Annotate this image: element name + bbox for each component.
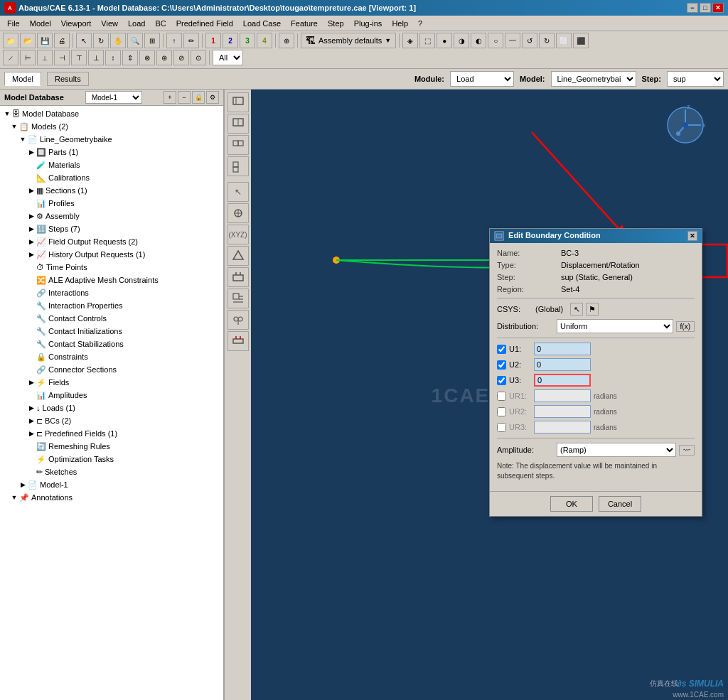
ur1-input[interactable] — [534, 389, 591, 402]
menu-feature[interactable]: Feature — [287, 18, 322, 29]
undo-btn[interactable]: ↺ — [522, 33, 537, 48]
menu-plugins[interactable]: Plug-ins — [350, 18, 387, 29]
dialog-cancel-btn[interactable]: Cancel — [599, 496, 641, 512]
tool-r1c4[interactable]: ⊣ — [54, 50, 70, 65]
tree-contact-controls[interactable]: 🔧 Contact Controls — [1, 312, 222, 325]
side-btn-5[interactable]: ↖ — [228, 182, 249, 202]
tree-loads[interactable]: ▶ ↓ Loads (1) — [1, 402, 222, 414]
filter-dropdown[interactable]: All — [213, 50, 243, 65]
tool-r1c1[interactable]: ⟋ — [3, 50, 18, 65]
ur3-checkbox[interactable] — [497, 423, 506, 432]
tool-r1c7[interactable]: ↕ — [105, 50, 121, 65]
view1-btn[interactable]: ◈ — [402, 33, 418, 48]
tool-r1c12[interactable]: ⊙ — [191, 50, 206, 65]
cube-btn[interactable]: ⬛ — [573, 33, 589, 48]
csys-arrow-btn[interactable]: ↖ — [570, 303, 583, 316]
settings-btn[interactable]: ⚙ — [206, 91, 219, 104]
menu-bc[interactable]: BC — [151, 18, 170, 29]
tool-r1c6[interactable]: ⊥ — [88, 50, 104, 65]
edit-bc-dialog[interactable]: Edit Boundary Condition ✕ Name: BC-3 Typ… — [489, 228, 702, 517]
collapse-all-btn[interactable]: − — [178, 91, 191, 104]
rotate-btn[interactable]: ↻ — [93, 33, 109, 48]
csys-person-btn[interactable]: ⚑ — [586, 303, 599, 316]
shade1-btn[interactable]: ● — [437, 33, 452, 48]
tree-ale-adaptive[interactable]: 🔀 ALE Adaptive Mesh Constraints — [1, 274, 222, 286]
tool-r1c2[interactable]: ⊢ — [20, 50, 36, 65]
tree-contact-stab[interactable]: 🔧 Contact Stabilizations — [1, 338, 222, 350]
num4-btn[interactable]: 4 — [257, 33, 272, 48]
tree-history-output[interactable]: ▶ 📈 History Output Requests (1) — [1, 248, 222, 261]
side-btn-10[interactable] — [228, 289, 249, 308]
tree-sketches[interactable]: ✏ Sketches — [1, 465, 222, 478]
u3-input[interactable] — [534, 374, 591, 387]
tree-calibrations[interactable]: 📐 Calibrations — [1, 171, 222, 184]
tree-assembly[interactable]: ▶ ⚙ Assembly — [1, 210, 222, 222]
tool-r1c3[interactable]: ⟂ — [37, 50, 53, 65]
close-btn[interactable]: ✕ — [712, 3, 724, 13]
tree-model-database[interactable]: ▼ 🗄 Model Database — [1, 107, 222, 120]
side-btn-7[interactable]: (XYZ) — [228, 225, 249, 244]
tree-predefined-fields[interactable]: ▶ ⊏ Predefined Fields (1) — [1, 427, 222, 440]
tree-fields[interactable]: ▶ ⚡ Fields — [1, 376, 222, 389]
lock-btn[interactable]: 🔒 — [192, 91, 205, 104]
num3-btn[interactable]: 3 — [240, 33, 255, 48]
side-btn-11[interactable] — [228, 310, 249, 330]
dialog-ok-btn[interactable]: OK — [550, 496, 593, 512]
box-btn[interactable]: ⬜ — [556, 33, 572, 48]
distribution-select[interactable]: Uniform — [557, 319, 673, 333]
tree-optimization[interactable]: ⚡ Optimization Tasks — [1, 453, 222, 465]
tab-model[interactable]: Model — [4, 72, 41, 86]
module-select[interactable]: Load — [450, 71, 514, 87]
new-btn[interactable]: 📁 — [3, 33, 18, 48]
viewport[interactable]: 1CAE.COM — [251, 90, 728, 700]
u3-checkbox[interactable] — [497, 376, 506, 385]
tree-interactions[interactable]: 🔗 Interactions — [1, 286, 222, 299]
zoom-btn[interactable]: 🔍 — [127, 33, 143, 48]
maximize-btn[interactable]: □ — [700, 3, 711, 13]
menu-predefined-field[interactable]: Predefined Field — [172, 18, 237, 29]
fit-btn[interactable]: ⊞ — [144, 33, 160, 48]
arrow-btn[interactable]: ↑ — [166, 33, 182, 48]
tool-r1c11[interactable]: ⊘ — [173, 50, 189, 65]
ur1-checkbox[interactable] — [497, 392, 506, 401]
tree-profiles[interactable]: 📊 Profiles — [1, 197, 222, 210]
tree-sections[interactable]: ▶ ▦ Sections (1) — [1, 184, 222, 197]
tree-materials[interactable]: 🧪 Materials — [1, 158, 222, 171]
side-btn-3[interactable] — [228, 135, 249, 155]
shade4-btn[interactable]: ○ — [488, 33, 503, 48]
ur2-checkbox[interactable] — [497, 407, 506, 416]
menu-file[interactable]: File — [3, 18, 24, 29]
tool-r1c9[interactable]: ⊗ — [139, 50, 155, 65]
menu-view[interactable]: View — [97, 18, 122, 29]
side-btn-12[interactable] — [228, 331, 249, 351]
tool-r1c10[interactable]: ⊛ — [156, 50, 172, 65]
u2-checkbox[interactable] — [497, 360, 506, 370]
side-btn-4[interactable] — [228, 156, 249, 176]
tree-parts[interactable]: ▶ 🔲 Parts (1) — [1, 146, 222, 158]
save-btn[interactable]: 💾 — [37, 33, 53, 48]
u2-input[interactable] — [534, 358, 591, 371]
model-select[interactable]: Line_Geometrybaike — [551, 71, 636, 87]
menu-load[interactable]: Load — [124, 18, 149, 29]
minimize-btn[interactable]: − — [687, 3, 698, 13]
menu-load-case[interactable]: Load Case — [239, 18, 285, 29]
tree-constraints[interactable]: 🔒 Constraints — [1, 350, 222, 363]
menu-viewport[interactable]: Viewport — [57, 18, 96, 29]
tree-time-points[interactable]: ⏱ Time Points — [1, 261, 222, 274]
amplitude-select[interactable]: (Ramp) — [557, 443, 676, 457]
step-select[interactable]: sup — [667, 71, 724, 87]
num1-btn[interactable]: 1 — [205, 33, 221, 48]
side-btn-1[interactable] — [228, 92, 249, 112]
side-btn-2[interactable] — [228, 114, 249, 134]
tree-bcs[interactable]: ▶ ⊏ BCs (2) — [1, 414, 222, 427]
shade2-btn[interactable]: ◑ — [454, 33, 469, 48]
sketch-btn[interactable]: ✏ — [183, 33, 199, 48]
tree-interaction-props[interactable]: 🔧 Interaction Properties — [1, 299, 222, 312]
print-btn[interactable]: 🖨 — [54, 33, 70, 48]
side-btn-8[interactable] — [228, 246, 249, 266]
ur3-input[interactable] — [534, 421, 591, 434]
tree-field-output[interactable]: ▶ 📈 Field Output Requests (2) — [1, 235, 222, 248]
tool-r1c5[interactable]: ⊤ — [71, 50, 87, 65]
tool-r1c8[interactable]: ⇕ — [122, 50, 138, 65]
dialog-close-btn[interactable]: ✕ — [687, 231, 697, 241]
